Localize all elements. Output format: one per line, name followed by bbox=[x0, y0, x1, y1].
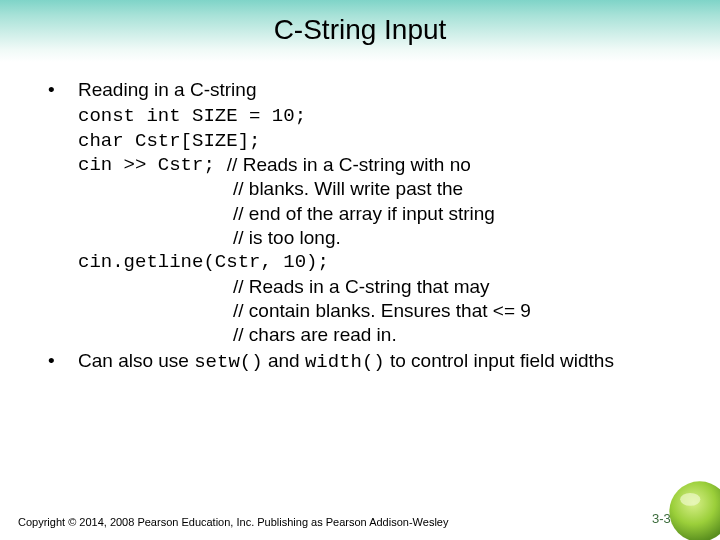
bullet-1: • Reading in a C-string bbox=[48, 78, 690, 102]
comment-2c: // chars are read in. bbox=[48, 323, 690, 347]
b2-post: to control input field widths bbox=[385, 350, 614, 371]
svg-point-0 bbox=[669, 481, 720, 540]
comment-2b: // contain blanks. Ensures that <= 9 bbox=[48, 299, 690, 323]
comment-1b: // blanks. Will write past the bbox=[48, 177, 690, 201]
slide-title: C-String Input bbox=[0, 14, 720, 46]
bullet-2: • Can also use setw() and width() to con… bbox=[48, 349, 690, 374]
comment-2a: // Reads in a C-string that may bbox=[48, 275, 690, 299]
bullet-marker: • bbox=[48, 78, 78, 102]
code-line-3: cin >> Cstr; bbox=[78, 153, 215, 177]
lime-icon bbox=[660, 472, 720, 540]
bullet-2-text: Can also use setw() and width() to contr… bbox=[78, 349, 690, 374]
b2-code2: width() bbox=[305, 351, 385, 373]
bullet-1-text: Reading in a C-string bbox=[78, 78, 690, 102]
code-line-1: const int SIZE = 10; bbox=[48, 104, 690, 128]
b2-mid: and bbox=[263, 350, 305, 371]
comment-1d: // is too long. bbox=[48, 226, 690, 250]
bullet-marker: • bbox=[48, 349, 78, 374]
svg-point-1 bbox=[680, 493, 700, 506]
code-line-3-row: cin >> Cstr; // Reads in a C-string with… bbox=[48, 153, 690, 177]
comment-1c: // end of the array if input string bbox=[48, 202, 690, 226]
slide-body: • Reading in a C-string const int SIZE =… bbox=[48, 78, 690, 377]
code-line-2: char Cstr[SIZE]; bbox=[48, 129, 690, 153]
code-line-4: cin.getline(Cstr, 10); bbox=[48, 250, 690, 274]
comment-1a: // Reads in a C-string with no bbox=[215, 153, 471, 177]
copyright-footer: Copyright © 2014, 2008 Pearson Education… bbox=[18, 516, 448, 528]
b2-pre: Can also use bbox=[78, 350, 194, 371]
b2-code1: setw() bbox=[194, 351, 262, 373]
